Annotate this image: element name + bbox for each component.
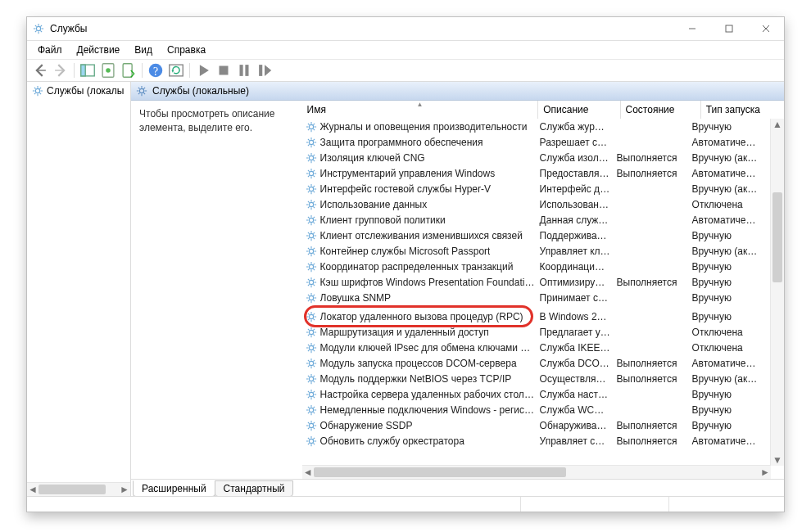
service-row[interactable]: Изоляция ключей CNGСлужба изол…Выполняет… [302, 150, 771, 165]
forward-button[interactable] [51, 61, 70, 80]
svg-point-18 [309, 156, 313, 160]
service-description: Служба жур… [535, 121, 612, 133]
service-startup-type: Автоматиче… [687, 214, 766, 226]
service-description: Служба изол… [535, 152, 612, 164]
service-startup-type: Отключена [687, 342, 766, 354]
refresh-button[interactable] [166, 61, 186, 80]
service-name: Модуль поддержки NetBIOS через TCP/IP [320, 373, 512, 385]
description-panel: Чтобы просмотреть описание элемента, выд… [131, 101, 302, 479]
svg-point-14 [35, 88, 39, 92]
column-header-name[interactable]: ▲ Имя [302, 101, 539, 119]
back-button[interactable] [30, 61, 50, 80]
properties-button[interactable] [98, 61, 118, 80]
service-name: Использование данных [320, 199, 428, 210]
menu-file[interactable]: Файл [30, 43, 70, 57]
window-title: Службы [50, 23, 87, 34]
tab-standard[interactable]: Стандартный [215, 480, 294, 496]
service-startup-type: Автоматиче… [687, 435, 766, 447]
toolbar-separator [189, 63, 190, 78]
menu-action[interactable]: Действие [70, 43, 128, 57]
svg-point-28 [309, 314, 313, 318]
service-row[interactable]: Модуль запуска процессов DCOM-сервераСлу… [302, 355, 771, 371]
service-row[interactable]: Кэш шрифтов Windows Presentation Foundat… [302, 274, 771, 290]
stop-service-button[interactable] [214, 61, 233, 80]
service-row[interactable]: Обновить службу оркестратораУправляет с…… [302, 433, 771, 449]
column-header-state[interactable]: Состояние [621, 101, 701, 119]
help-button[interactable]: ? [146, 61, 165, 80]
toolbar-separator [142, 63, 143, 78]
svg-rect-12 [245, 65, 248, 76]
list-vertical-scrollbar[interactable]: ▲ ▼ [770, 119, 784, 466]
svg-rect-11 [240, 65, 243, 76]
service-row[interactable]: Координатор распределенных транзакцийКоо… [302, 259, 771, 274]
menu-bar: Файл Действие Вид Справка [27, 41, 784, 60]
pause-service-button[interactable] [234, 61, 254, 80]
svg-point-30 [309, 345, 313, 349]
tree-root-label: Службы (локалы [47, 85, 124, 97]
show-hide-tree-button[interactable] [78, 61, 97, 80]
service-description: Координаци… [535, 261, 612, 273]
service-row[interactable]: Модуль поддержки NetBIOS через TCP/IPОсу… [302, 371, 771, 386]
maximize-button[interactable] [710, 17, 747, 40]
menu-view[interactable]: Вид [127, 43, 160, 57]
tree-horizontal-scrollbar[interactable]: ◄ ► [27, 482, 130, 496]
start-service-button[interactable] [193, 61, 213, 80]
menu-help[interactable]: Справка [160, 43, 213, 57]
tab-extended[interactable]: Расширенный [133, 480, 215, 496]
column-header-description-label: Описание [543, 104, 588, 115]
service-row[interactable]: Интерфейс гостевой службы Hyper-VИнтерфе… [302, 181, 771, 196]
services-icon [32, 85, 43, 97]
scroll-down-icon: ▼ [771, 454, 784, 466]
service-name: Интерфейс гостевой службы Hyper-V [320, 183, 491, 195]
svg-point-5 [106, 68, 111, 73]
service-name: Инструментарий управления Windows [320, 168, 496, 179]
column-header-state-label: Состояние [626, 104, 675, 115]
scroll-thumb[interactable] [39, 485, 106, 494]
service-row[interactable]: Контейнер службы Microsoft PassportУправ… [302, 243, 771, 259]
service-row[interactable]: Защита программного обеспеченияРазрешает… [302, 134, 771, 150]
service-row[interactable]: Маршрутизация и удаленный доступПредлага… [302, 324, 771, 340]
service-row[interactable]: Инструментарий управления WindowsПредост… [302, 165, 771, 181]
column-header-description[interactable]: Описание [538, 101, 620, 119]
service-icon [306, 292, 317, 304]
service-startup-type: Вручную [687, 389, 766, 400]
service-icon [306, 183, 317, 195]
minimize-button[interactable] [673, 17, 710, 40]
service-state: Выполняется [612, 152, 687, 164]
service-icon [306, 420, 317, 431]
svg-point-25 [309, 264, 313, 268]
service-row[interactable]: Локатор удаленного вызова процедур (RPC)… [302, 309, 771, 324]
service-row[interactable]: Настройка сервера удаленных рабочих стол… [302, 386, 771, 402]
service-row[interactable]: Журналы и оповещения производительностиС… [302, 119, 771, 134]
service-row[interactable]: Клиент отслеживания изменившихся связейП… [302, 228, 771, 243]
scroll-thumb[interactable] [772, 192, 782, 282]
description-help-text: Чтобы просмотреть описание элемента, выд… [139, 108, 274, 133]
list-horizontal-scrollbar[interactable]: ◄ ► [302, 465, 771, 479]
service-row[interactable]: Использование данныхИспользован…Отключен… [302, 196, 771, 212]
svg-point-26 [309, 280, 313, 284]
svg-point-29 [309, 330, 313, 334]
service-row[interactable]: Немедленные подключения Windows - регист… [302, 402, 771, 417]
svg-rect-3 [81, 65, 86, 76]
service-description: Служба наст… [535, 389, 612, 400]
svg-point-35 [309, 423, 313, 427]
restart-service-button[interactable] [255, 61, 274, 80]
service-name: Клиент отслеживания изменившихся связей [320, 230, 523, 241]
service-description: Разрешает с… [535, 137, 612, 148]
service-icon [306, 277, 317, 288]
close-button[interactable] [747, 17, 784, 40]
service-name: Немедленные подключения Windows - регист… [320, 404, 535, 416]
tree-root-services[interactable]: Службы (локалы [27, 83, 130, 98]
export-list-button[interactable] [119, 61, 138, 80]
column-header-startup[interactable]: Тип запуска [701, 101, 784, 119]
pane-header: Службы (локальные) [131, 82, 784, 101]
scroll-thumb[interactable] [314, 467, 566, 477]
svg-rect-10 [220, 66, 229, 75]
service-row[interactable]: Клиент групповой политикиДанная служ…Авт… [302, 212, 771, 228]
view-tabs: Расширенный Стандартный [131, 479, 784, 496]
service-row[interactable]: Модули ключей IPsec для обмена ключами в… [302, 340, 771, 355]
services-app-icon [32, 22, 45, 35]
service-description: Данная служ… [535, 214, 612, 226]
service-row[interactable]: Обнаружение SSDPОбнаружива…ВыполняетсяВр… [302, 417, 771, 433]
service-row[interactable]: Ловушка SNMPПринимает с…Вручную [302, 290, 771, 305]
